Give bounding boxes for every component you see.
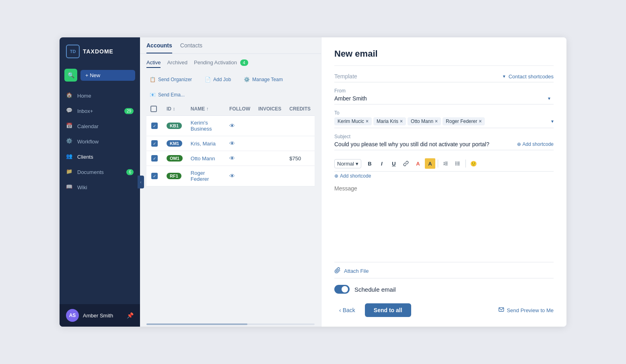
manage-team-icon: ⚙️ <box>244 77 250 82</box>
documents-badge: 6 <box>126 169 134 175</box>
sidebar-item-home[interactable]: 🏠 Home <box>60 88 140 103</box>
logo-text: TAXDOME <box>83 48 113 55</box>
schedule-toggle[interactable] <box>334 285 350 294</box>
sidebar-item-inbox[interactable]: 💬 Inbox+ 29 <box>60 103 140 119</box>
font-color-btn[interactable]: A <box>413 158 423 169</box>
id-badge: OM1 <box>167 155 183 162</box>
svg-point-6 <box>456 162 456 162</box>
contact-shortcodes-link[interactable]: Contact shortcodes <box>509 74 554 80</box>
send-email-icon: 📧 <box>150 92 156 98</box>
italic-btn[interactable]: I <box>377 158 387 169</box>
message-input[interactable] <box>334 182 554 262</box>
attach-file-icon <box>334 267 341 275</box>
search-icon-btn[interactable]: 🔍 <box>64 69 77 82</box>
sub-tab-archived[interactable]: Archived <box>167 58 187 68</box>
sidebar-item-label: Home <box>77 93 91 99</box>
id-badge: KM1 <box>167 140 182 147</box>
send-preview-button[interactable]: Send Preview to Me <box>498 307 554 314</box>
pin-icon: 📌 <box>127 312 134 319</box>
remove-recipient-btn[interactable]: × <box>435 119 438 124</box>
logo-icon: TD <box>66 45 80 58</box>
manage-team-btn[interactable]: ⚙️ Manage Team <box>241 75 286 84</box>
send-email-btn[interactable]: 📧 Send Ema... <box>146 90 188 99</box>
underline-btn[interactable]: U <box>389 158 399 169</box>
new-button[interactable]: + New <box>80 70 135 81</box>
follow-eye-icon[interactable]: 👁 <box>229 123 235 129</box>
divider <box>334 65 554 66</box>
follow-eye-icon[interactable]: 👁 <box>229 155 235 162</box>
account-name-link[interactable]: Kris, Maria <box>191 141 216 147</box>
account-name-link[interactable]: Kerim's Business <box>191 120 212 132</box>
inbox-badge: 29 <box>124 108 134 114</box>
tab-accounts[interactable]: Accounts <box>146 42 172 53</box>
table-row: ✓ RF1 Roger Federer 👁 <box>146 166 315 186</box>
unordered-list-btn[interactable] <box>453 158 463 169</box>
from-value: Amber Smith <box>334 95 367 102</box>
sidebar-search-bar: 🔍 + New <box>60 65 140 85</box>
follow-eye-icon[interactable]: 👁 <box>229 173 235 179</box>
col-follow: FOLLOW <box>225 102 254 116</box>
schedule-label: Schedule email <box>354 286 396 293</box>
follow-eye-icon[interactable]: 👁 <box>229 140 235 147</box>
workflow-icon: ⚙️ <box>66 138 73 145</box>
ordered-list-btn[interactable] <box>441 158 451 169</box>
bold-btn[interactable]: B <box>364 158 375 169</box>
select-all-checkbox[interactable] <box>150 106 157 112</box>
add-shortcode-inline-icon: ⊕ <box>334 173 338 179</box>
tab-contacts[interactable]: Contacts <box>180 42 202 53</box>
inbox-icon: 💬 <box>66 107 73 115</box>
back-button[interactable]: ‹ Back <box>334 304 360 317</box>
back-chevron-icon: ‹ <box>339 307 341 313</box>
send-organizer-btn[interactable]: 📋 Send Organizer <box>146 75 195 84</box>
account-name-link[interactable]: Otto Mann <box>191 155 215 162</box>
sub-tabs: Active Archived Pending Activation 4 <box>140 54 321 72</box>
table-row: ✓ OM1 Otto Mann 👁 $750 <box>146 151 315 166</box>
horizontal-scrollbar[interactable] <box>146 323 315 325</box>
recipient-name: Kerim Mucic <box>338 119 364 124</box>
sidebar-item-calendar[interactable]: 📅 Calendar <box>60 119 140 134</box>
home-icon: 🏠 <box>66 92 73 99</box>
row-checkbox[interactable]: ✓ <box>151 173 158 179</box>
logo-area: TD TAXDOME <box>60 37 140 65</box>
sidebar-user[interactable]: AS Amber Smith 📌 <box>60 304 140 327</box>
add-shortcode-btn[interactable]: ⊕ Add shortcode <box>517 141 554 147</box>
add-shortcode-inline[interactable]: ⊕ Add shortcode <box>334 172 554 180</box>
sidebar-item-wiki[interactable]: 📖 Wiki <box>60 180 140 195</box>
to-chevron-icon[interactable]: ▾ <box>551 119 554 124</box>
emoji-btn[interactable]: 🙂 <box>468 158 479 169</box>
add-job-icon: 📄 <box>205 77 211 82</box>
sub-tab-active[interactable]: Active <box>146 58 161 68</box>
send-all-button[interactable]: Send to all <box>365 303 411 317</box>
font-highlight-btn[interactable]: A <box>425 158 435 169</box>
row-checkbox[interactable]: ✓ <box>151 123 158 129</box>
collapse-button[interactable]: ‹ <box>138 176 144 188</box>
table-row: ✓ KM1 Kris, Maria 👁 <box>146 136 315 151</box>
row-checkbox[interactable]: ✓ <box>151 155 158 162</box>
sidebar-item-documents[interactable]: 📁 Documents 6 <box>60 164 140 180</box>
account-name-link[interactable]: Roger Federer <box>191 170 209 182</box>
main-content: Accounts Contacts Active Archived Pendin… <box>140 37 321 327</box>
add-job-btn[interactable]: 📄 Add Job <box>202 75 234 84</box>
row-checkbox[interactable]: ✓ <box>151 140 158 147</box>
sidebar-nav: 🏠 Home 💬 Inbox+ 29 📅 Calendar ⚙️ Workflo… <box>60 85 140 304</box>
send-preview-icon <box>498 307 505 314</box>
from-chevron-icon[interactable]: ▾ <box>548 96 550 101</box>
avatar: AS <box>66 309 79 322</box>
recipient-tag: Maria Kris × <box>373 117 406 125</box>
sub-tab-pending[interactable]: Pending Activation 4 <box>194 58 248 68</box>
col-credits: CREDITS <box>285 102 315 116</box>
schedule-row: Schedule email <box>334 282 554 297</box>
recipient-tag: Otto Mann × <box>408 117 441 125</box>
id-badge: KB1 <box>167 123 182 129</box>
link-btn[interactable] <box>401 158 411 169</box>
template-select[interactable]: Template <box>334 73 503 80</box>
subject-input[interactable] <box>334 141 517 147</box>
remove-recipient-btn[interactable]: × <box>479 119 482 124</box>
remove-recipient-btn[interactable]: × <box>400 119 403 124</box>
sidebar-item-clients[interactable]: 👥 Clients <box>60 149 140 164</box>
sidebar-item-workflow[interactable]: ⚙️ Workflow <box>60 134 140 149</box>
sidebar-item-label: Wiki <box>77 184 87 190</box>
format-select[interactable]: Normal ▾ <box>334 159 361 168</box>
remove-recipient-btn[interactable]: × <box>366 119 369 124</box>
attach-file-row[interactable]: Attach File <box>334 262 554 278</box>
